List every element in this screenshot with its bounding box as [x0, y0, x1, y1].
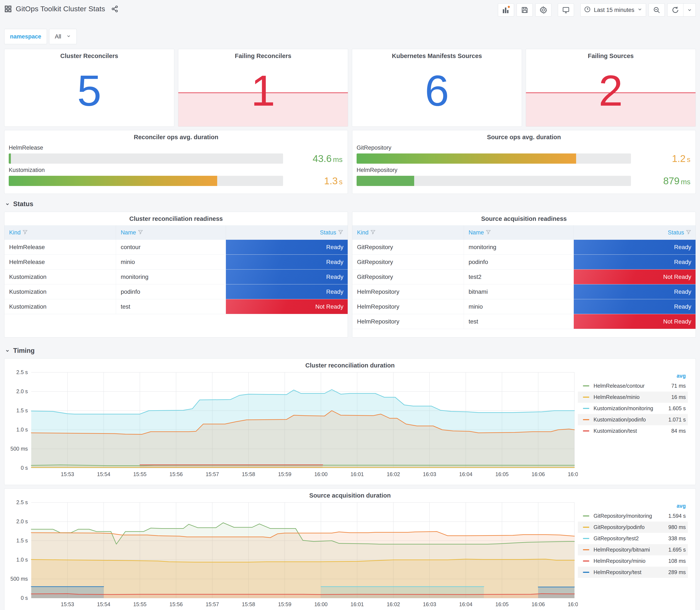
gauges-row: Reconciler ops avg. durationHelmRelease4…	[4, 130, 696, 194]
cycle-view-mode-button[interactable]	[558, 3, 574, 17]
legend-item-helmrepository-minio[interactable]: HelmRepository/minio108 ms	[578, 556, 688, 567]
column-header-label: Kind	[9, 229, 21, 236]
legend-item-kustomization-podinfo[interactable]: Kustomization/podinfo1.071 s	[578, 414, 688, 425]
column-header-name[interactable]: Name	[116, 225, 226, 240]
filter-icon[interactable]	[338, 229, 343, 236]
svg-text:16:04: 16:04	[459, 601, 473, 607]
section-header-status[interactable]: Status	[5, 200, 696, 208]
svg-text:16:05: 16:05	[495, 601, 509, 607]
svg-text:16:03: 16:03	[423, 601, 436, 607]
legend-series-color	[583, 572, 589, 573]
legend-series-color	[583, 408, 589, 409]
chart-panel-cluster-reconciliation-duration: Cluster reconciliation duration0 s500 ms…	[4, 358, 696, 485]
panel-title[interactable]: Cluster reconciliation duration	[4, 358, 696, 369]
dashboard-settings-button[interactable]	[535, 3, 551, 17]
legend-item-helmrelease-contour[interactable]: HelmRelease/contour71 ms	[578, 380, 688, 391]
legend-series-avg: 16 ms	[671, 394, 686, 400]
column-header-status[interactable]: Status	[226, 225, 348, 240]
legend-avg-header[interactable]: avg	[677, 503, 686, 509]
filter-icon[interactable]	[138, 229, 143, 236]
gauge-value: 43.6ms	[290, 153, 343, 164]
legend-series-label: HelmRepository/bitnami	[593, 547, 668, 553]
gauge-value-number: 1.2	[672, 153, 686, 164]
column-header-status[interactable]: Status	[574, 225, 696, 240]
chart-plot-area[interactable]: 0 s500 ms1.0 s1.5 s2.0 s2.5 s15:5315:541…	[6, 369, 578, 478]
panel-add-button[interactable]	[498, 3, 514, 17]
filter-icon[interactable]	[23, 229, 28, 236]
table-panel-cluster-reconciliation-readiness: Cluster reconciliation readinessKindName…	[4, 212, 348, 338]
save-dashboard-button[interactable]	[517, 3, 533, 17]
legend-series-color	[583, 527, 589, 528]
panel-title[interactable]: Source acquisition duration	[4, 488, 696, 499]
gauge-item-helmrepository: HelmRepository879ms	[357, 167, 690, 187]
panel-title[interactable]: Reconciler ops avg. duration	[4, 130, 348, 141]
legend-series-label: Kustomization/podinfo	[593, 417, 668, 423]
legend-series-label: HelmRelease/contour	[593, 383, 671, 389]
table: KindNameStatusGitRepositorymonitoringRea…	[352, 225, 696, 329]
legend-series-label: GitRepository/test2	[593, 535, 668, 542]
filter-icon[interactable]	[686, 229, 691, 236]
zoom-out-button[interactable]	[649, 3, 665, 17]
panel-title[interactable]: Failing Reconcilers	[178, 49, 348, 60]
legend-series-label: Kustomization/monitoring	[593, 405, 668, 412]
gauge-fill	[9, 176, 217, 186]
cell-name: minio	[116, 255, 226, 269]
svg-text:15:53: 15:53	[61, 601, 74, 607]
legend-item-helmrelease-minio[interactable]: HelmRelease/minio16 ms	[578, 391, 688, 403]
filter-icon[interactable]	[371, 229, 375, 236]
gauge-fill	[9, 154, 11, 164]
refresh-button[interactable]	[667, 3, 683, 17]
column-header-name[interactable]: Name	[464, 225, 574, 240]
column-header-kind[interactable]: Kind	[352, 225, 464, 240]
variable-namespace-picker[interactable]: All	[49, 29, 77, 44]
panel-title[interactable]: Cluster reconciliation readiness	[4, 212, 348, 222]
share-icon[interactable]	[111, 5, 118, 13]
table-row: KustomizationmonitoringReady	[4, 270, 348, 284]
legend-item-gitrepository-podinfo[interactable]: GitRepository/podinfo980 ms	[578, 521, 688, 533]
gauge-value-unit: ms	[681, 178, 690, 186]
legend-series-color	[583, 561, 589, 562]
timeseries-svg: 0 s500 ms1.0 s1.5 s2.0 s2.5 s15:5315:541…	[6, 369, 578, 478]
filter-icon[interactable]	[486, 229, 491, 236]
apps-grid-icon[interactable]	[4, 5, 12, 13]
cell-kind: GitRepository	[352, 240, 464, 254]
panel-title[interactable]: Failing Sources	[526, 49, 696, 60]
column-header-label: Kind	[357, 229, 369, 236]
status-badge: Ready	[226, 284, 348, 299]
svg-text:0 s: 0 s	[21, 595, 28, 601]
time-range-picker[interactable]: Last 15 minutes	[580, 3, 646, 17]
chart-plot-area[interactable]: 0 s500 ms1.0 s1.5 s2.0 s2.5 s15:5315:541…	[6, 499, 578, 608]
legend-item-kustomization-test[interactable]: Kustomization/test84 ms	[578, 425, 688, 436]
panel-title[interactable]: Kubernetes Manifests Sources	[352, 49, 522, 60]
legend-item-helmrepository-bitnami[interactable]: HelmRepository/bitnami1.695 s	[578, 544, 688, 556]
table-row: HelmRepositorybitnamiReady	[352, 284, 696, 299]
panel-title[interactable]: Source acquisition readiness	[352, 212, 696, 222]
gauge-value-unit: s	[339, 178, 343, 186]
top-bar: GitOps Toolkit Cluster Stats	[4, 3, 696, 18]
legend-item-kustomization-monitoring[interactable]: Kustomization/monitoring1.605 s	[578, 403, 688, 414]
legend-item-gitrepository-monitoring[interactable]: GitRepository/monitoring1.594 s	[578, 510, 688, 521]
table-row: HelmReleaseminioReady	[4, 255, 348, 270]
cell-status: Not Ready	[574, 314, 696, 329]
table-row: KustomizationpodinfoReady	[4, 284, 348, 299]
legend-series-label: HelmRepository/minio	[593, 558, 668, 564]
svg-text:16:07: 16:07	[568, 471, 578, 477]
section-header-timing[interactable]: Timing	[5, 347, 696, 354]
time-range-label: Last 15 minutes	[594, 7, 634, 13]
svg-text:2.0 s: 2.0 s	[16, 388, 28, 394]
stat-value: 5	[4, 69, 174, 112]
svg-text:15:57: 15:57	[206, 471, 219, 477]
panel-title[interactable]: Cluster Reconcilers	[4, 49, 174, 60]
svg-text:16:05: 16:05	[495, 471, 509, 477]
column-header-kind[interactable]: Kind	[4, 225, 116, 240]
status-badge: Ready	[226, 255, 348, 269]
refresh-interval-dropdown[interactable]	[683, 3, 696, 17]
panel-title[interactable]: Source ops avg. duration	[352, 130, 696, 141]
cell-status: Ready	[574, 240, 696, 254]
status-badge: Ready	[226, 270, 348, 284]
dashboard-title-group: GitOps Toolkit Cluster Stats	[4, 3, 118, 13]
legend-item-gitrepository-test2[interactable]: GitRepository/test2338 ms	[578, 533, 688, 544]
legend-item-helmrepository-test[interactable]: HelmRepository/test289 ms	[578, 567, 688, 578]
gauge-value-number: 43.6	[313, 153, 332, 164]
legend-avg-header[interactable]: avg	[677, 373, 686, 379]
